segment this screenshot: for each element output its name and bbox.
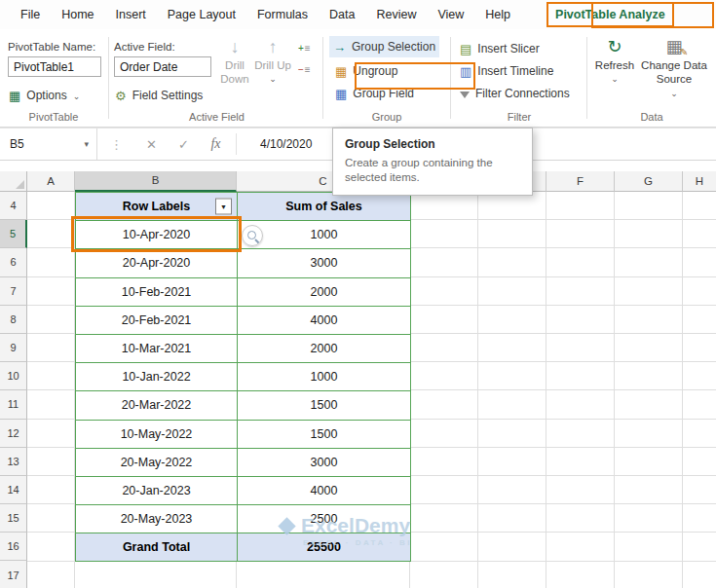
pivot-value-cell[interactable]: 2500	[238, 505, 411, 533]
name-box[interactable]: B5 ▾	[0, 129, 97, 160]
pivot-date-cell[interactable]: 20-Jan-2023	[76, 477, 238, 505]
pivot-date-cell-text: 20-Feb-2021	[122, 313, 192, 327]
row-header-10[interactable]: 10	[0, 362, 27, 390]
row-headers: 4567891011121314151617	[0, 192, 27, 588]
group-selection-button[interactable]: → Group Selection	[329, 36, 439, 57]
pivot-date-cell[interactable]: 20-Apr-2020	[76, 249, 238, 277]
drill-down-button[interactable]: ↓ Drill Down	[215, 38, 254, 87]
row-header-11[interactable]: 11	[0, 390, 27, 419]
row-labels-header-cell[interactable]: Row Labels▼	[76, 193, 238, 221]
tab-data[interactable]: Data	[319, 1, 365, 28]
pivot-value-cell[interactable]: 4000	[238, 477, 411, 505]
group-divider	[586, 37, 587, 119]
pivot-value-cell-text: 3000	[311, 456, 338, 469]
refresh-button[interactable]: ↻ Refresh ⌄	[594, 38, 635, 86]
filter-connections-button[interactable]: Filter Connections	[456, 84, 574, 103]
pivot-date-cell[interactable]: 10-Jan-2022	[76, 363, 238, 391]
change-data-source-button[interactable]: ▦✎ Change Data Source ⌄	[637, 38, 711, 99]
pivot-value-cell[interactable]: 1500	[238, 391, 411, 420]
insert-timeline-button[interactable]: ▥ Insert Timeline	[456, 61, 557, 81]
row-header-8[interactable]: 8	[0, 306, 27, 334]
gridline	[682, 192, 683, 588]
ungroup-button[interactable]: ▦ Ungroup	[331, 61, 401, 81]
options-label: Options	[26, 89, 66, 102]
formula-bar-input[interactable]: 4/10/2020	[237, 137, 312, 151]
row-header-5[interactable]: 5	[0, 220, 27, 248]
grand-total-value-cell[interactable]: 25500	[238, 533, 411, 562]
chevron-down-icon: ⌄	[611, 74, 619, 85]
tab-view[interactable]: View	[427, 1, 474, 28]
sum-of-sales-header-cell[interactable]: Sum of Sales	[238, 193, 411, 221]
row-header-17[interactable]: 17	[0, 561, 27, 588]
active-field-input[interactable]	[114, 56, 211, 77]
tab-review[interactable]: Review	[365, 1, 427, 28]
row-header-13[interactable]: 13	[0, 448, 27, 476]
pivot-value-cell[interactable]: 3000	[238, 449, 411, 477]
cancel-button[interactable]: ✕	[135, 137, 168, 152]
pivot-value-cell[interactable]: 2000	[238, 335, 411, 363]
tab-home[interactable]: Home	[51, 1, 104, 28]
pivot-date-cell[interactable]: 10-Mar-2021	[76, 335, 238, 363]
pivot-value-cell[interactable]: 2000	[238, 278, 411, 307]
expand-field-button[interactable]: +≡	[298, 43, 312, 54]
row-header-14[interactable]: 14	[0, 476, 27, 504]
filter-group-label: Filter	[452, 111, 586, 123]
insert-timeline-label: Insert Timeline	[477, 64, 553, 78]
filter-connections-label: Filter Connections	[475, 87, 570, 100]
pivot-value-cell[interactable]: 4000	[238, 307, 411, 335]
formula-bar-handle[interactable]: ⋮	[110, 137, 123, 152]
pivottable-name-input[interactable]	[8, 56, 101, 77]
row-header-7[interactable]: 7	[0, 277, 27, 306]
options-button[interactable]: ▦ Options ⌄	[5, 86, 84, 105]
tab-page-layout[interactable]: Page Layout	[157, 1, 246, 28]
pivot-date-cell[interactable]: 20-Feb-2021	[76, 307, 238, 335]
row-labels-filter-button[interactable]: ▼	[215, 199, 232, 215]
insert-function-button[interactable]: fx	[200, 136, 232, 152]
pivottable-name-label: PivotTable Name:	[8, 41, 95, 53]
pivot-date-cell[interactable]: 10-May-2022	[76, 421, 238, 449]
tooltip-body: Create a group containing the selected i…	[345, 156, 512, 185]
row-header-16[interactable]: 16	[0, 533, 27, 561]
tab-formulas[interactable]: Formulas	[246, 1, 319, 28]
row-header-6[interactable]: 6	[0, 248, 27, 276]
tab-insert[interactable]: Insert	[105, 1, 157, 28]
group-field-label: Group Field	[353, 87, 414, 100]
column-header-f[interactable]: F	[546, 171, 615, 192]
group-group-label: Group	[324, 111, 449, 123]
pivot-value-cell-text: 1500	[311, 427, 338, 441]
pivot-date-cell[interactable]: 20-May-2023	[76, 505, 238, 533]
enter-button[interactable]: ✓	[168, 137, 200, 152]
row-header-9[interactable]: 9	[0, 334, 27, 362]
select-all-corner[interactable]	[0, 171, 27, 192]
row-header-12[interactable]: 12	[0, 420, 27, 448]
collapse-field-button[interactable]: −≡	[298, 64, 312, 75]
pivot-value-cell-text: 4000	[311, 313, 338, 327]
group-selection-label: Group Selection	[352, 40, 435, 54]
pivot-date-cell[interactable]: 10-Apr-2020	[76, 221, 238, 249]
row-header-15[interactable]: 15	[0, 504, 27, 533]
grand-total-label-cell[interactable]: Grand Total	[76, 533, 238, 562]
tab-help[interactable]: Help	[474, 1, 521, 28]
insert-slicer-button[interactable]: ▤ Insert Slicer	[456, 39, 544, 58]
pivot-date-cell-text: 20-Apr-2020	[123, 256, 191, 270]
tab-file[interactable]: File	[10, 1, 51, 28]
tab-pivottable-analyze[interactable]: PivotTable Analyze	[546, 2, 674, 27]
pivot-value-cell[interactable]: 1000	[238, 221, 411, 249]
timeline-icon: ▥	[460, 65, 471, 78]
pivot-table: Row Labels▼Sum of Sales10-Apr-2020100020…	[75, 192, 411, 562]
group-field-button[interactable]: ▦ Group Field	[331, 84, 418, 103]
active-field-label: Active Field:	[114, 41, 175, 53]
column-header-g[interactable]: G	[615, 171, 683, 192]
drill-up-button[interactable]: ↑ Drill Up ⌄	[254, 38, 291, 86]
column-header-h[interactable]: H	[683, 171, 716, 192]
pivot-value-cell[interactable]: 1000	[238, 363, 411, 391]
pivot-date-cell[interactable]: 20-May-2022	[76, 449, 238, 477]
field-settings-button[interactable]: ⚙ Field Settings	[111, 86, 207, 105]
pivot-value-cell[interactable]: 1500	[238, 421, 411, 449]
column-header-b[interactable]: B	[75, 171, 237, 192]
row-header-4[interactable]: 4	[0, 192, 27, 220]
pivot-value-cell[interactable]: 3000	[238, 249, 411, 277]
pivot-date-cell[interactable]: 20-Mar-2022	[76, 391, 238, 420]
pivot-date-cell[interactable]: 10-Feb-2021	[76, 278, 238, 307]
column-header-a[interactable]: A	[27, 171, 75, 192]
